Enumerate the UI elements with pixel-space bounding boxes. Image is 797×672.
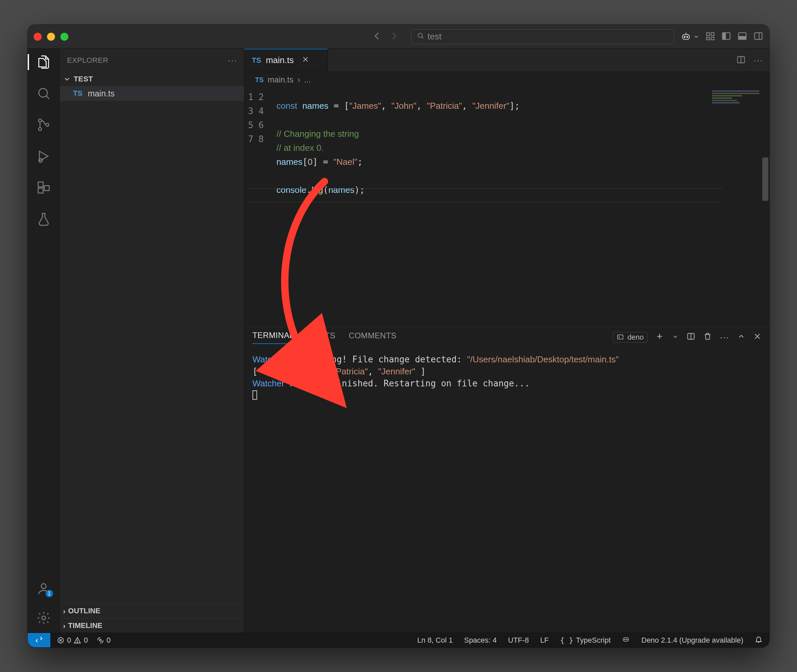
kill-terminal-icon[interactable]	[703, 332, 712, 343]
svg-rect-5	[711, 33, 714, 36]
file-tree-item[interactable]: TS main.ts	[60, 86, 244, 101]
status-indent[interactable]: Spaces: 4	[464, 636, 497, 645]
breadcrumb-rest: ...	[304, 75, 311, 85]
toggle-primary-sidebar-icon[interactable]	[721, 31, 731, 42]
close-panel-icon[interactable]	[753, 332, 761, 342]
panel-more-icon[interactable]: ···	[720, 332, 729, 343]
activity-testing[interactable]	[28, 209, 60, 229]
split-editor-icon[interactable]	[736, 55, 746, 66]
svg-rect-18	[38, 182, 43, 187]
forward-button[interactable]	[389, 31, 398, 42]
close-tab-icon[interactable]	[302, 55, 309, 66]
code-editor[interactable]: 1 2 3 4 5 6 7 8 const names = ["James", …	[244, 87, 769, 327]
status-bar: 0 0 0 Ln 8, Col 1 Spaces: 4 UTF-8 LF { }…	[28, 633, 769, 647]
svg-rect-29	[623, 638, 629, 641]
activity-source-control[interactable]	[28, 115, 60, 135]
toggle-panel-icon[interactable]	[737, 31, 747, 42]
more-actions-icon[interactable]: ···	[754, 55, 763, 66]
status-copilot-icon[interactable]	[622, 635, 630, 645]
activity-extensions[interactable]	[28, 178, 60, 198]
svg-rect-12	[755, 33, 762, 39]
status-deno[interactable]: Deno 2.1.4 (Upgrade available)	[641, 636, 743, 645]
customize-layout-icon[interactable]	[705, 31, 715, 42]
svg-point-0	[418, 34, 423, 38]
editor-group: TS main.ts ··· TS main.ts › ...	[244, 49, 769, 633]
toggle-secondary-sidebar-icon[interactable]	[753, 31, 763, 42]
activity-bar: 1	[28, 49, 60, 633]
activity-accounts[interactable]: 1	[28, 579, 60, 598]
accounts-badge: 1	[46, 590, 53, 597]
status-notifications-icon[interactable]	[755, 635, 763, 645]
activity-explorer[interactable]	[28, 52, 60, 72]
svg-rect-6	[707, 37, 710, 40]
activity-search[interactable]	[28, 83, 60, 104]
remote-indicator[interactable]	[28, 633, 50, 647]
typescript-file-icon: TS	[252, 56, 261, 65]
panel-tab-bar: TERMINAL PORTS COMMENTS deno ···	[244, 327, 769, 347]
status-ports[interactable]: 0	[97, 636, 111, 645]
zoom-window-button[interactable]	[61, 33, 69, 41]
editor-tab-bar: TS main.ts ···	[244, 49, 769, 72]
svg-point-30	[625, 639, 625, 640]
status-encoding[interactable]: UTF-8	[508, 636, 529, 645]
panel-tab-terminal[interactable]: TERMINAL	[252, 331, 294, 344]
svg-point-16	[46, 123, 49, 126]
svg-point-28	[99, 639, 101, 641]
status-eol[interactable]: LF	[540, 636, 549, 645]
svg-rect-24	[618, 335, 623, 339]
terminal-profile-chevron-icon[interactable]	[672, 333, 679, 342]
search-icon	[417, 31, 424, 42]
status-language[interactable]: { } TypeScript	[560, 636, 611, 645]
editor-scrollbar[interactable]	[761, 87, 769, 327]
explorer-folder-name: TEST	[74, 75, 93, 83]
explorer-folder-header[interactable]: TEST	[60, 72, 244, 86]
title-bar: test	[28, 25, 769, 49]
file-tree: TS main.ts	[60, 86, 244, 603]
breadcrumb-file: main.ts	[268, 75, 294, 85]
svg-rect-4	[707, 33, 710, 36]
terminal-output[interactable]: Watcher Restarting! File change detected…	[244, 347, 769, 633]
svg-point-15	[38, 128, 42, 130]
bottom-panel: TERMINAL PORTS COMMENTS deno ···	[244, 327, 769, 633]
svg-point-22	[42, 616, 45, 620]
minimap[interactable]	[711, 90, 761, 126]
svg-point-31	[627, 639, 627, 640]
outline-section[interactable]: › OUTLINE	[60, 603, 244, 618]
panel-tab-comments[interactable]: COMMENTS	[349, 331, 396, 344]
status-cursor[interactable]: Ln 8, Col 1	[417, 636, 452, 645]
breadcrumb[interactable]: TS main.ts › ...	[244, 72, 769, 87]
split-terminal-icon[interactable]	[687, 332, 695, 343]
line-number-gutter: 1 2 3 4 5 6 7 8	[244, 87, 270, 327]
close-window-button[interactable]	[34, 33, 42, 41]
command-center-search[interactable]: test	[411, 29, 674, 44]
back-button[interactable]	[372, 31, 382, 42]
code-content[interactable]: const names = ["James", "John", "Patrici…	[270, 96, 769, 318]
typescript-file-icon: TS	[73, 89, 82, 98]
maximize-panel-icon[interactable]	[737, 332, 745, 342]
window-controls	[34, 33, 69, 41]
svg-point-3	[687, 36, 688, 37]
svg-point-14	[38, 119, 42, 122]
terminal-task-label[interactable]: deno	[613, 332, 647, 343]
explorer-title-label: EXPLORER	[67, 56, 109, 65]
svg-point-21	[41, 584, 46, 589]
timeline-label: TIMELINE	[68, 621, 102, 630]
history-navigation	[372, 31, 398, 42]
explorer-sidebar: EXPLORER ··· TEST TS main.ts › OUTLINE ›…	[60, 49, 244, 633]
status-problems[interactable]: 0 0	[57, 636, 88, 645]
breadcrumb-separator: ›	[297, 75, 300, 85]
outline-label: OUTLINE	[68, 606, 101, 615]
app-window: test	[28, 25, 769, 647]
timeline-section[interactable]: › TIMELINE	[60, 618, 244, 633]
activity-settings[interactable]	[28, 608, 60, 628]
svg-point-13	[39, 88, 47, 97]
explorer-more-icon[interactable]: ···	[228, 55, 238, 66]
new-terminal-icon[interactable]	[655, 332, 664, 343]
file-name: main.ts	[88, 89, 115, 98]
copilot-button[interactable]	[680, 31, 699, 42]
editor-tab[interactable]: TS main.ts	[244, 49, 328, 72]
minimize-window-button[interactable]	[47, 33, 55, 41]
panel-tab-ports[interactable]: PORTS	[307, 331, 335, 344]
svg-point-2	[684, 36, 685, 37]
activity-run-debug[interactable]	[28, 146, 60, 166]
